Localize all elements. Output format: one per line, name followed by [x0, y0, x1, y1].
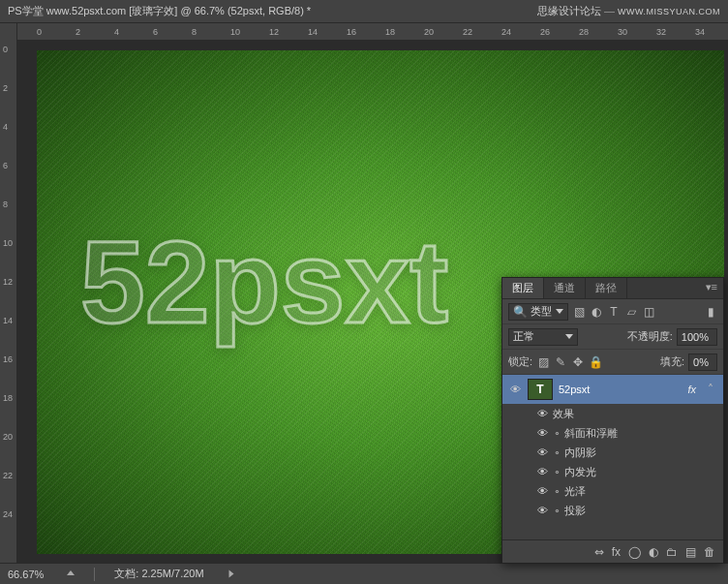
ruler-tick: 22	[3, 471, 13, 480]
ruler-tick: 2	[76, 27, 80, 37]
new-layer-icon[interactable]: ▤	[685, 545, 696, 559]
blend-mode-dropdown[interactable]: 正常	[508, 328, 578, 346]
opacity-label: 不透明度:	[627, 329, 673, 344]
layer-name[interactable]: 52psxt	[559, 384, 687, 395]
effect-bullet: ∘	[553, 427, 561, 440]
ruler-tick: 4	[3, 122, 8, 132]
filter-adjust-icon[interactable]: ◐	[590, 305, 603, 319]
status-separator	[94, 568, 95, 581]
ruler-tick: 28	[579, 27, 589, 37]
ruler-tick: 0	[3, 45, 8, 54]
ruler-tick: 20	[424, 27, 434, 37]
visibility-eye-icon[interactable]: 👁	[531, 427, 553, 439]
ruler-tick: 16	[3, 354, 13, 364]
tab-channels[interactable]: 通道	[544, 278, 586, 298]
layer-mask-icon[interactable]: ◯	[628, 545, 641, 559]
blend-row: 正常 不透明度: 100%	[502, 324, 723, 350]
filter-type-label: 类型	[531, 304, 552, 319]
group-icon[interactable]: 🗀	[666, 545, 678, 559]
lock-transparent-icon[interactable]: ▨	[536, 355, 550, 369]
effect-row[interactable]: 👁∘内阴影	[502, 443, 723, 462]
delete-layer-icon[interactable]: 🗑	[704, 545, 715, 559]
fx-badge[interactable]: fx	[687, 384, 696, 395]
glass-text: 52psxt	[80, 215, 448, 349]
effect-row[interactable]: 👁∘光泽	[502, 481, 723, 501]
panel-tabs: 图层 通道 路径 ▾≡	[502, 278, 723, 299]
watermark-sub: WWW.MISSYUAN.COM	[618, 7, 720, 16]
visibility-eye-icon[interactable]: 👁	[531, 485, 553, 497]
ruler-tick: 22	[463, 27, 472, 37]
ruler-tick: 18	[385, 27, 395, 37]
visibility-eye-icon[interactable]: 👁	[502, 384, 528, 395]
adjustment-layer-icon[interactable]: ◐	[649, 545, 658, 559]
ruler-tick: 14	[308, 27, 318, 37]
effect-name: 光泽	[564, 484, 586, 499]
tab-layers[interactable]: 图层	[502, 278, 544, 298]
watermark-main: 思缘设计论坛	[537, 5, 601, 16]
search-icon: 🔍	[513, 305, 527, 319]
ruler-tick: 14	[3, 316, 13, 325]
lock-label: 锁定:	[508, 354, 532, 369]
ruler-tick: 6	[3, 161, 8, 170]
effect-row[interactable]: 👁∘投影	[502, 501, 723, 520]
fill-label: 填充:	[660, 354, 684, 369]
ruler-tick: 18	[3, 393, 13, 403]
ruler-tick: 4	[114, 27, 119, 37]
effect-bullet: ∘	[553, 446, 561, 459]
doc-size-value: 2.25M/7.20M	[141, 568, 203, 579]
visibility-eye-icon[interactable]: 👁	[531, 408, 553, 419]
filter-toggle-switch[interactable]: ▮	[704, 305, 717, 319]
dropdown-arrow-icon	[556, 309, 563, 314]
ruler-tick: 12	[269, 27, 279, 37]
ruler-tick: 24	[3, 509, 13, 519]
visibility-eye-icon[interactable]: 👁	[531, 505, 553, 516]
ruler-vertical[interactable]: 024681012141618202224	[0, 23, 17, 563]
layers-list[interactable]: 👁 T 52psxt fx ˄ 👁 效果 👁∘斜面和浮雕👁∘内阴影👁∘内发光👁∘…	[502, 375, 723, 539]
tab-paths[interactable]: 路径	[586, 278, 627, 298]
filter-shape-icon[interactable]: ▱	[624, 305, 638, 319]
effects-header-row[interactable]: 👁 效果	[502, 404, 723, 423]
ruler-horizontal[interactable]: 0246810121416182022242628303234	[17, 23, 728, 41]
panel-menu-icon[interactable]: ▾≡	[700, 278, 723, 298]
effect-bullet: ∘	[553, 466, 561, 478]
effect-bullet: ∘	[553, 505, 561, 517]
effect-row[interactable]: 👁∘斜面和浮雕	[502, 423, 723, 443]
document-title: PS学堂 www.52psxt.com [玻璃字效] @ 66.7% (52ps…	[8, 4, 311, 18]
doc-info-arrow-icon[interactable]	[228, 570, 233, 578]
layer-item[interactable]: 👁 T 52psxt fx ˄	[502, 375, 723, 404]
opacity-field[interactable]: 100%	[677, 328, 717, 346]
effect-bullet: ∘	[553, 485, 561, 498]
fill-field[interactable]: 0%	[688, 353, 717, 371]
blend-mode-value: 正常	[513, 329, 534, 344]
effects-header: 效果	[553, 407, 574, 421]
effect-name: 投影	[564, 504, 586, 518]
layer-filter-row: 🔍 类型 ▧ ◐ T ▱ ◫ ▮	[502, 299, 723, 324]
layer-thumbnail-text: T	[528, 379, 553, 400]
ruler-tick: 30	[618, 27, 627, 37]
filter-type-icon[interactable]: T	[607, 305, 621, 319]
layer-style-icon[interactable]: fx	[612, 545, 621, 559]
ruler-tick: 0	[37, 27, 42, 37]
filter-type-dropdown[interactable]: 🔍 类型	[508, 303, 568, 321]
lock-pixels-icon[interactable]: ✎	[554, 355, 567, 369]
dropdown-arrow-icon	[565, 334, 573, 339]
layers-panel[interactable]: 图层 通道 路径 ▾≡ 🔍 类型 ▧ ◐ T ▱ ◫ ▮ 正常 不透明度: 10…	[501, 277, 724, 564]
ruler-tick: 8	[192, 27, 197, 37]
ruler-tick: 2	[3, 83, 8, 93]
fx-collapse-icon[interactable]: ˄	[704, 383, 717, 396]
lock-all-icon[interactable]: 🔒	[589, 355, 602, 369]
effect-row[interactable]: 👁∘内发光	[502, 462, 723, 481]
watermark: 思缘设计论坛 — WWW.MISSYUAN.COM	[537, 4, 720, 18]
status-bar: 66.67% 文档: 2.25M/7.20M	[0, 563, 728, 584]
filter-pixel-icon[interactable]: ▧	[572, 305, 586, 319]
visibility-eye-icon[interactable]: 👁	[531, 446, 553, 458]
zoom-level[interactable]: 66.67%	[8, 569, 44, 580]
visibility-eye-icon[interactable]: 👁	[531, 466, 553, 477]
effect-name: 内发光	[564, 465, 596, 479]
fill-value: 0%	[693, 356, 709, 368]
zoom-dropdown-icon[interactable]	[67, 570, 75, 575]
filter-smart-icon[interactable]: ◫	[642, 305, 655, 319]
lock-position-icon[interactable]: ✥	[571, 355, 585, 369]
ruler-tick: 24	[501, 27, 511, 37]
link-layers-icon[interactable]: ⇔	[594, 545, 604, 559]
